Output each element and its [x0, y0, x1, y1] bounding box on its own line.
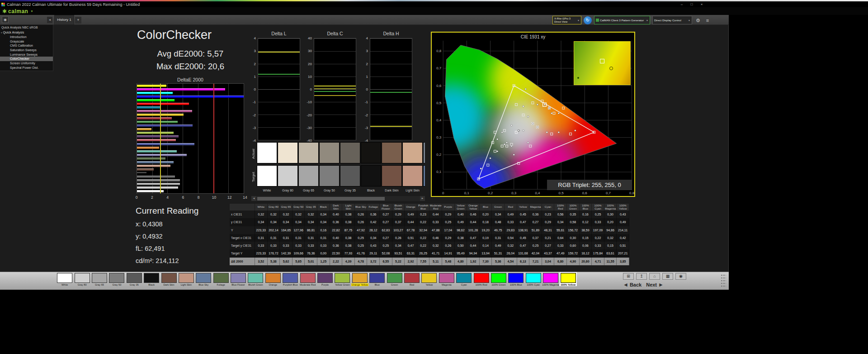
table-cell: 41,76	[355, 249, 368, 257]
pattern-swatch-dark-skin[interactable]: Dark Skin	[160, 273, 177, 286]
next-button[interactable]: Next ►	[646, 282, 664, 288]
pattern-swatch-foliage[interactable]: Foliage	[212, 273, 230, 286]
save-icon[interactable]: ▦	[662, 273, 673, 280]
table-cell: 0,33	[317, 242, 330, 249]
column-header: Magenta	[529, 204, 542, 210]
inset-target-marker	[600, 59, 604, 63]
scroll-left-arrow[interactable]: ◄	[251, 196, 256, 201]
swatch-label: 100% Red	[472, 283, 490, 286]
pattern-swatch-purple[interactable]: Purple	[316, 273, 334, 286]
de-bar-yellow-green	[137, 132, 174, 134]
target-swatch	[278, 165, 298, 187]
table-cell: 0,26	[355, 218, 368, 226]
pattern-swatch-100-green[interactable]: 100% Green	[490, 273, 507, 286]
pattern-swatch-gray-65[interactable]: Gray 65	[91, 273, 108, 286]
table-cell: 0,31	[292, 234, 305, 242]
pattern-swatch-orange[interactable]: Orange	[264, 273, 282, 286]
sidebar-item-cms-calibration[interactable]: CMS Calibration	[0, 43, 53, 48]
axis-tick-label: 0,4	[535, 191, 540, 195]
calman-logo-menu[interactable]: ✱ calman ▼	[2, 8, 33, 14]
column-header: Blue	[480, 204, 492, 210]
pattern-swatch-gray-35[interactable]: Gray 35	[126, 273, 143, 286]
meter-dropdown[interactable]: X-Rite i1Pro 3 Direct View ▼	[552, 16, 581, 24]
pattern-swatch-blue-flower[interactable]: Blue Flower	[230, 273, 247, 286]
pattern-swatch-100-red[interactable]: 100% Red	[472, 273, 490, 286]
table-cell: 0,64	[554, 234, 567, 242]
sidebar-item-luminance-sweeps[interactable]: Luminance Sweeps	[0, 53, 53, 57]
sidebar-item-spectral-power-dist-[interactable]: Spectral Power Dist.	[0, 66, 53, 70]
back-button[interactable]: ◄ Back	[623, 282, 642, 288]
swatch-label: Yellow Green	[334, 283, 351, 286]
swatch	[231, 273, 246, 283]
pattern-swatch-light-skin[interactable]: Light Skin	[178, 273, 195, 286]
menu-icon[interactable]: ≡	[704, 17, 711, 24]
table-cell: 93,51	[392, 249, 405, 257]
sidebar-item-screen-uniformity[interactable]: Screen Uniformity	[0, 61, 53, 66]
pattern-swatch-orange-yellow[interactable]: Orange Yellow	[351, 273, 368, 286]
refresh-icon: ↻	[586, 18, 590, 23]
maximize-button[interactable]: □	[687, 1, 697, 7]
settings-gear-icon[interactable]: ⚙	[694, 17, 702, 24]
pattern-swatch-100-magenta[interactable]: 100% Magenta	[542, 273, 559, 286]
pattern-swatch-moderate-red[interactable]: Moderate Red	[299, 273, 316, 286]
sidebar-root-quick-analysis[interactable]: ▾Quick Analysis	[0, 30, 53, 35]
table-cell: 19,20	[480, 226, 492, 234]
scrollbar-track[interactable]	[256, 196, 420, 201]
inset-point	[577, 77, 579, 79]
resize-grip[interactable]	[721, 274, 726, 287]
sidebar-title: Quick Analysis NBC sRGB	[0, 25, 53, 30]
scroll-right-arrow[interactable]: ►	[420, 196, 425, 201]
pattern-swatch-gray-50[interactable]: Gray 50	[108, 273, 125, 286]
sidebar-collapse-button[interactable]: ◄	[47, 17, 52, 23]
table-cell: 49,75	[492, 226, 505, 234]
sidebar-item-colorchecker[interactable]: ColorChecker	[0, 57, 53, 61]
pattern-swatch-red[interactable]: Red	[403, 273, 420, 286]
pattern-swatch-gray-80[interactable]: Gray 80	[73, 273, 90, 286]
pattern-swatch-magenta[interactable]: Magenta	[438, 273, 455, 286]
workflow-button[interactable]: ◉	[2, 16, 9, 23]
sidebar-item-saturation-sweeps[interactable]: Saturation Sweeps	[0, 48, 53, 53]
pattern-swatch-100-yellow[interactable]: 100% Yellow	[559, 273, 576, 286]
table-cell: 0,22	[417, 242, 430, 249]
pattern-swatch-white[interactable]: White	[56, 273, 73, 286]
pattern-swatch-yellow[interactable]: Yellow	[420, 273, 438, 286]
swatch	[300, 273, 316, 283]
pattern-swatch-black[interactable]: Black	[143, 273, 160, 286]
pattern-swatch-100-blue[interactable]: 100% Blue	[507, 273, 524, 286]
target-swatch	[340, 165, 360, 187]
pattern-swatch-green[interactable]: Green	[386, 273, 403, 286]
meter-sync-button[interactable]: ↻	[584, 16, 592, 24]
pattern-generator-dropdown[interactable]: CalMAN Client 3 Pattern Generator ▼	[594, 16, 650, 24]
sidebar-item-introduction[interactable]: Introduction	[0, 35, 53, 39]
table-cell: 48,31	[542, 226, 555, 234]
display-control-dropdown[interactable]: Direct Display Control ▼	[652, 16, 692, 24]
pattern-swatch-100-cyan[interactable]: 100% Cyan	[525, 273, 542, 286]
pattern-swatch-cyan[interactable]: Cyan	[455, 273, 472, 286]
table-cell: 4,54	[505, 258, 517, 265]
eye-icon[interactable]: ◉	[675, 273, 686, 280]
delta-measurement-line	[314, 86, 356, 86]
pattern-swatch-blue-sky[interactable]: Blue Sky	[195, 273, 212, 286]
pattern-swatch-bluish-green[interactable]: Bluish Green	[247, 273, 264, 286]
measured-point-gray-35	[518, 130, 519, 132]
comparison-scrollbar[interactable]: ◄ ►	[251, 196, 425, 201]
pattern-swatch-blue[interactable]: Blue	[368, 273, 386, 286]
scrollbar-thumb[interactable]	[257, 197, 385, 201]
gridline	[370, 64, 412, 64]
tab-history-1[interactable]: History 1	[54, 15, 74, 25]
sidebar-item-grayscale[interactable]: Grayscale	[0, 39, 53, 44]
table-cell: 0,44	[405, 218, 417, 226]
pattern-swatch-yellow-green[interactable]: Yellow Green	[334, 273, 351, 286]
target-swatch	[423, 165, 425, 187]
home-icon[interactable]: ⌂	[649, 273, 660, 280]
add-tab-button[interactable]: +	[75, 17, 81, 24]
axis-tick-label: 0,2	[488, 191, 493, 195]
pattern-window-icon[interactable]: ⊞	[623, 273, 634, 280]
pattern-swatch-purplish-blue[interactable]: Purplish Blue	[282, 273, 299, 286]
upload-icon[interactable]: ↥	[636, 273, 647, 280]
close-button[interactable]: ×	[697, 1, 707, 7]
target-swatch	[257, 165, 277, 187]
table-cell: 223,33	[255, 226, 268, 234]
threshold-line	[160, 84, 161, 193]
minimize-button[interactable]: –	[677, 1, 687, 7]
